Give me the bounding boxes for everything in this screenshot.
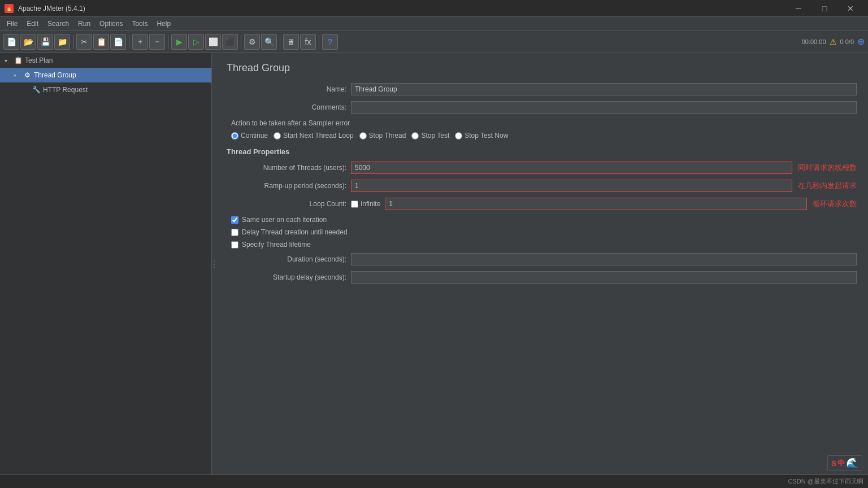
comments-input[interactable]: [351, 101, 857, 114]
timer-display: 00:00:00: [802, 38, 826, 45]
main-layout: ▾ 📋 Test Plan ▾ ⚙ Thread Group 🔧 HTTP Re…: [0, 53, 868, 474]
add-button[interactable]: ＋: [132, 34, 148, 50]
ramp-up-input[interactable]: [351, 180, 792, 192]
radio-continue[interactable]: Continue: [231, 132, 268, 140]
radio-start-next[interactable]: Start Next Thread Loop: [274, 132, 354, 140]
close-button[interactable]: ✕: [837, 0, 863, 17]
window-controls[interactable]: ─ □ ✕: [785, 0, 863, 17]
menu-options[interactable]: Options: [95, 19, 127, 29]
warning-icon: ⚠: [830, 37, 837, 46]
stop-button[interactable]: ⬜: [205, 34, 221, 50]
ramp-up-annotation: 在几秒内发起请求: [798, 181, 857, 191]
separator-4: [241, 35, 241, 49]
infinite-label: Infinite: [361, 200, 380, 208]
startup-delay-row: Startup delay (seconds):: [227, 271, 857, 284]
loop-count-annotation: 循环请求次数: [813, 199, 857, 209]
ime-zh-text: 中: [837, 458, 845, 468]
toggle-thread-group[interactable]: ▾: [14, 72, 20, 79]
thread-group-icon: ⚙: [23, 71, 32, 80]
left-panel: ▾ 📋 Test Plan ▾ ⚙ Thread Group 🔧 HTTP Re…: [0, 53, 212, 474]
copy-button[interactable]: 📋: [93, 34, 109, 50]
status-bar: CSDN @最美不过下雨天啊: [0, 474, 868, 488]
num-threads-annotation: 同时请求的线程数: [798, 163, 857, 173]
menu-file[interactable]: File: [2, 19, 22, 29]
title-bar-left: 🔥 Apache JMeter (5.4.1): [5, 4, 85, 13]
cut-button[interactable]: ✂: [76, 34, 92, 50]
remote-button[interactable]: 🖥: [283, 34, 299, 50]
add-remote-icon: ⊕: [857, 36, 865, 47]
open-button[interactable]: 📂: [20, 34, 36, 50]
menu-run[interactable]: Run: [73, 19, 95, 29]
name-label: Name:: [227, 85, 351, 93]
run-selected-button[interactable]: ▷: [188, 34, 204, 50]
config-button[interactable]: ⚙: [244, 34, 260, 50]
duration-label: Duration (seconds):: [227, 255, 351, 263]
ime-badge[interactable]: S 中 🌊: [827, 455, 862, 471]
save-all-button[interactable]: 📁: [54, 34, 70, 50]
panel-title: Thread Group: [227, 62, 857, 74]
duration-row: Duration (seconds):: [227, 253, 857, 265]
radio-stop-test-now[interactable]: Stop Test Now: [455, 132, 508, 140]
remove-button[interactable]: －: [149, 34, 165, 50]
run-button[interactable]: ▶: [171, 34, 187, 50]
separator-5: [280, 35, 280, 49]
ramp-up-row: Ramp-up period (seconds): 在几秒内发起请求: [227, 180, 857, 192]
thread-properties-title: Thread Properties: [227, 147, 857, 156]
menu-help[interactable]: Help: [152, 19, 175, 29]
radio-stop-thread[interactable]: Stop Thread: [359, 132, 406, 140]
tree-item-test-plan[interactable]: ▾ 📋 Test Plan: [0, 53, 211, 68]
maximize-button[interactable]: □: [811, 0, 837, 17]
loop-count-row: Loop Count: Infinite 循环请求次数: [227, 198, 857, 210]
title-bar: 🔥 Apache JMeter (5.4.1) ─ □ ✕: [0, 0, 868, 17]
separator-6: [319, 35, 319, 49]
comments-row: Comments:: [227, 101, 857, 114]
ime-flag: 🌊: [846, 457, 858, 469]
ime-s-icon: S: [831, 459, 836, 468]
specify-lifetime-checkbox[interactable]: [231, 241, 238, 249]
radio-stop-test[interactable]: Stop Test: [411, 132, 449, 140]
delay-thread-label[interactable]: Delay Thread creation until needed: [242, 228, 348, 236]
separator-2: [129, 35, 129, 49]
help-button[interactable]: ?: [322, 34, 338, 50]
new-button[interactable]: 📄: [3, 34, 19, 50]
num-threads-input[interactable]: [351, 162, 792, 174]
toolbar: 📄 📂 💾 📁 ✂ 📋 📄 ＋ － ▶ ▷ ⬜ ⬛ ⚙ 🔍 🖥 fx ? 00:…: [0, 30, 868, 53]
save-button[interactable]: 💾: [37, 34, 53, 50]
tree-item-thread-group[interactable]: ▾ ⚙ Thread Group: [0, 68, 211, 82]
loop-count-label: Loop Count:: [227, 200, 351, 208]
delay-thread-row: Delay Thread creation until needed: [227, 228, 857, 236]
startup-delay-label: Startup delay (seconds):: [227, 273, 351, 281]
test-plan-label: Test Plan: [25, 56, 53, 64]
same-user-row: Same user on each iteration: [227, 216, 857, 224]
startup-delay-input[interactable]: [351, 271, 857, 284]
same-user-checkbox[interactable]: [231, 216, 238, 224]
infinite-checkbox[interactable]: [351, 201, 358, 208]
tree-item-http-request[interactable]: 🔧 HTTP Request: [0, 82, 211, 97]
http-request-label: HTTP Request: [43, 86, 88, 94]
action-label: Action to be taken after a Sampler error: [227, 119, 857, 127]
function-button[interactable]: fx: [300, 34, 316, 50]
menu-search[interactable]: Search: [43, 19, 73, 29]
toggle-test-plan[interactable]: ▾: [5, 58, 11, 64]
specify-lifetime-label[interactable]: Specify Thread lifetime: [242, 241, 311, 249]
stop-all-button[interactable]: ⬛: [222, 34, 238, 50]
menu-tools[interactable]: Tools: [127, 19, 152, 29]
comments-label: Comments:: [227, 103, 351, 111]
toolbar-status: 00:00:00 ⚠ 0 0/0 ⊕: [802, 36, 865, 47]
delay-thread-checkbox[interactable]: [231, 229, 238, 236]
minimize-button[interactable]: ─: [785, 0, 811, 17]
infinite-checkbox-label[interactable]: Infinite: [351, 200, 380, 208]
menu-edit[interactable]: Edit: [22, 19, 43, 29]
name-input[interactable]: [351, 83, 857, 95]
http-request-icon: 🔧: [32, 85, 41, 94]
browse-button[interactable]: 🔍: [261, 34, 277, 50]
separator-1: [73, 35, 73, 49]
test-plan-icon: 📋: [14, 56, 23, 65]
action-radio-group: Continue Start Next Thread Loop Stop Thr…: [227, 132, 857, 140]
loop-count-input[interactable]: [385, 198, 807, 210]
duration-input[interactable]: [351, 253, 857, 265]
paste-button[interactable]: 📄: [110, 34, 126, 50]
toolbar-buttons: 📄 📂 💾 📁 ✂ 📋 📄 ＋ － ▶ ▷ ⬜ ⬛ ⚙ 🔍 🖥 fx ?: [3, 34, 338, 50]
same-user-label[interactable]: Same user on each iteration: [242, 216, 327, 224]
name-row: Name:: [227, 83, 857, 95]
